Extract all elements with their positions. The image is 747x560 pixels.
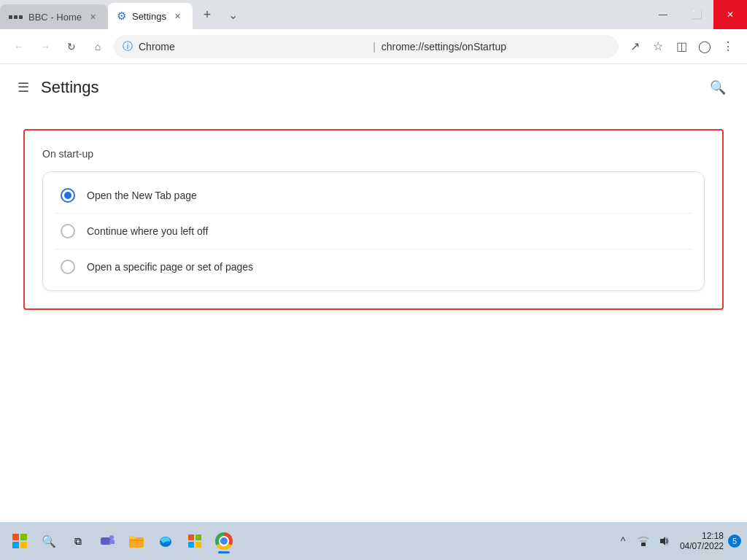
clock-time: 12:18 [702, 531, 724, 541]
taskbar-store[interactable] [181, 527, 209, 555]
omnibox-security-icon: ⓘ [123, 40, 133, 53]
title-bar: BBC - Home ✕ ⚙ Settings ✕ + ⌄ — ⬜ ✕ [0, 0, 747, 29]
svg-point-1 [109, 535, 114, 540]
svg-rect-10 [641, 542, 646, 546]
bookmark-button[interactable]: ☆ [648, 36, 668, 57]
section-title: On start-up [42, 148, 705, 160]
system-tray: ^ [614, 532, 673, 550]
svg-rect-9 [196, 542, 201, 548]
tab-dropdown-button[interactable]: ⌄ [222, 0, 245, 29]
tab-settings-label: Settings [132, 11, 166, 22]
taskbar-taskview[interactable]: ⧉ [64, 527, 92, 555]
windows-logo-icon [12, 534, 27, 548]
tab-settings[interactable]: ⚙ Settings ✕ [108, 3, 193, 29]
omnibox-url: chrome://settings/onStartup [382, 41, 610, 52]
home-button[interactable]: ⌂ [88, 36, 108, 57]
taskbar-explorer[interactable] [123, 527, 150, 555]
chrome-icon [215, 532, 233, 550]
startup-options-card: Open the New Tab page Continue where you… [42, 171, 705, 291]
radio-circle-continue [61, 224, 75, 238]
back-button[interactable]: ← [9, 36, 29, 57]
omnibox-brand: Chrome [139, 41, 367, 52]
svg-rect-3 [129, 537, 144, 548]
bbc-icon [9, 15, 23, 19]
radio-label-specific: Open a specific page or set of pages [87, 261, 253, 273]
page-title: Settings [41, 78, 99, 97]
taskbar: 🔍 ⧉ [0, 522, 747, 560]
radio-option-new-tab[interactable]: Open the New Tab page [55, 178, 692, 213]
svg-rect-4 [129, 536, 136, 539]
omnibox[interactable]: ⓘ Chrome | chrome://settings/onStartup [114, 35, 619, 58]
maximize-button[interactable]: ⬜ [680, 0, 713, 29]
radio-label-continue: Continue where you left off [87, 225, 208, 237]
tray-network-icon[interactable] [635, 532, 652, 550]
startup-section: On start-up Open the New Tab page Contin… [23, 129, 724, 310]
window-controls: — ⬜ ✕ [646, 0, 747, 29]
clock[interactable]: 12:18 04/07/2022 [680, 531, 724, 551]
settings-search-button[interactable]: 🔍 [706, 76, 729, 99]
sidebar-toggle-button[interactable]: ◫ [671, 36, 692, 57]
close-button[interactable]: ✕ [713, 0, 747, 29]
settings-tab-icon: ⚙ [117, 9, 126, 23]
taskbar-edge[interactable] [152, 527, 179, 555]
forward-button[interactable]: → [35, 36, 55, 57]
notification-badge[interactable]: 5 [728, 534, 741, 548]
start-button[interactable] [6, 527, 34, 555]
radio-option-specific[interactable]: Open a specific page or set of pages [55, 249, 692, 284]
menu-button[interactable]: ⋮ [718, 36, 738, 57]
radio-inner-new-tab [64, 192, 71, 199]
tab-settings-close[interactable]: ✕ [172, 10, 184, 22]
svg-rect-0 [101, 537, 111, 545]
toolbar-icons: ↗ ☆ ◫ ◯ ⋮ [624, 36, 738, 57]
svg-rect-6 [188, 534, 194, 540]
tray-sound-icon[interactable] [655, 532, 673, 550]
radio-circle-new-tab [61, 188, 75, 203]
settings-content: On start-up Open the New Tab page Contin… [0, 112, 747, 522]
tab-bbc-label: BBC - Home [28, 12, 82, 23]
address-bar: ← → ↻ ⌂ ⓘ Chrome | chrome://settings/onS… [0, 29, 747, 64]
tray-chevron[interactable]: ^ [614, 532, 632, 550]
minimize-button[interactable]: — [646, 0, 680, 29]
settings-header: ☰ Settings 🔍 [0, 64, 747, 112]
radio-circle-specific [61, 260, 75, 274]
radio-option-continue[interactable]: Continue where you left off [55, 213, 692, 249]
taskbar-search[interactable]: 🔍 [35, 527, 63, 555]
radio-label-new-tab: Open the New Tab page [87, 190, 197, 201]
profile-button[interactable]: ◯ [694, 36, 715, 57]
reload-button[interactable]: ↻ [61, 36, 82, 57]
tab-bbc[interactable]: BBC - Home ✕ [0, 4, 108, 29]
svg-rect-8 [188, 542, 194, 548]
svg-rect-7 [196, 534, 201, 540]
hamburger-menu-button[interactable]: ☰ [18, 79, 29, 96]
svg-rect-11 [640, 540, 647, 542]
settings-page: ☰ Settings 🔍 On start-up Open the New Ta… [0, 64, 747, 522]
svg-rect-2 [109, 540, 115, 544]
new-tab-button[interactable]: + [196, 3, 219, 26]
tab-bbc-close[interactable]: ✕ [88, 11, 99, 23]
omnibox-divider: | [373, 41, 376, 52]
svg-marker-12 [660, 537, 665, 545]
share-button[interactable]: ↗ [624, 36, 645, 57]
clock-date: 04/07/2022 [680, 541, 724, 551]
taskbar-chrome[interactable] [210, 527, 238, 555]
taskbar-teams[interactable] [93, 527, 121, 555]
